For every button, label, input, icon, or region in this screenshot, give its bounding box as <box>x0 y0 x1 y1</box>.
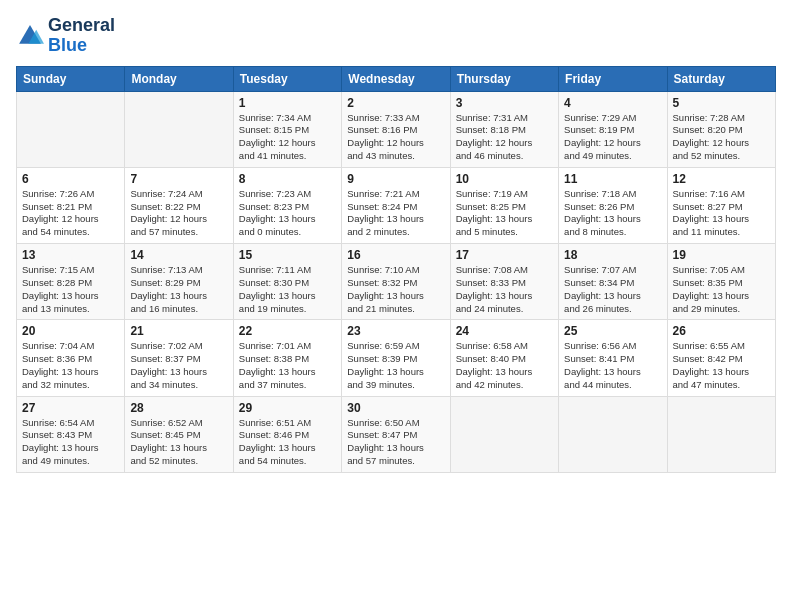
day-cell: 10Sunrise: 7:19 AMSunset: 8:25 PMDayligh… <box>450 167 558 243</box>
header: General Blue <box>16 16 776 56</box>
day-cell: 16Sunrise: 7:10 AMSunset: 8:32 PMDayligh… <box>342 244 450 320</box>
day-info: Sunrise: 6:52 AMSunset: 8:45 PMDaylight:… <box>130 417 227 468</box>
day-cell: 1Sunrise: 7:34 AMSunset: 8:15 PMDaylight… <box>233 91 341 167</box>
day-cell: 25Sunrise: 6:56 AMSunset: 8:41 PMDayligh… <box>559 320 667 396</box>
day-info: Sunrise: 6:54 AMSunset: 8:43 PMDaylight:… <box>22 417 119 468</box>
col-header-friday: Friday <box>559 66 667 91</box>
day-number: 25 <box>564 324 661 338</box>
day-number: 28 <box>130 401 227 415</box>
day-info: Sunrise: 7:24 AMSunset: 8:22 PMDaylight:… <box>130 188 227 239</box>
day-cell: 18Sunrise: 7:07 AMSunset: 8:34 PMDayligh… <box>559 244 667 320</box>
day-number: 12 <box>673 172 770 186</box>
day-cell: 26Sunrise: 6:55 AMSunset: 8:42 PMDayligh… <box>667 320 775 396</box>
logo-general: General <box>48 15 115 35</box>
col-header-tuesday: Tuesday <box>233 66 341 91</box>
day-number: 6 <box>22 172 119 186</box>
day-number: 22 <box>239 324 336 338</box>
day-cell: 3Sunrise: 7:31 AMSunset: 8:18 PMDaylight… <box>450 91 558 167</box>
day-number: 27 <box>22 401 119 415</box>
day-number: 16 <box>347 248 444 262</box>
day-info: Sunrise: 7:31 AMSunset: 8:18 PMDaylight:… <box>456 112 553 163</box>
day-number: 7 <box>130 172 227 186</box>
col-header-saturday: Saturday <box>667 66 775 91</box>
day-number: 3 <box>456 96 553 110</box>
day-info: Sunrise: 7:15 AMSunset: 8:28 PMDaylight:… <box>22 264 119 315</box>
day-number: 9 <box>347 172 444 186</box>
day-cell: 29Sunrise: 6:51 AMSunset: 8:46 PMDayligh… <box>233 396 341 472</box>
day-cell <box>450 396 558 472</box>
day-number: 18 <box>564 248 661 262</box>
week-row-3: 13Sunrise: 7:15 AMSunset: 8:28 PMDayligh… <box>17 244 776 320</box>
day-info: Sunrise: 7:08 AMSunset: 8:33 PMDaylight:… <box>456 264 553 315</box>
day-number: 8 <box>239 172 336 186</box>
day-cell: 28Sunrise: 6:52 AMSunset: 8:45 PMDayligh… <box>125 396 233 472</box>
week-row-1: 1Sunrise: 7:34 AMSunset: 8:15 PMDaylight… <box>17 91 776 167</box>
day-number: 24 <box>456 324 553 338</box>
week-row-5: 27Sunrise: 6:54 AMSunset: 8:43 PMDayligh… <box>17 396 776 472</box>
day-cell <box>17 91 125 167</box>
day-cell: 20Sunrise: 7:04 AMSunset: 8:36 PMDayligh… <box>17 320 125 396</box>
day-number: 11 <box>564 172 661 186</box>
day-info: Sunrise: 7:13 AMSunset: 8:29 PMDaylight:… <box>130 264 227 315</box>
day-number: 5 <box>673 96 770 110</box>
header-row: SundayMondayTuesdayWednesdayThursdayFrid… <box>17 66 776 91</box>
day-number: 14 <box>130 248 227 262</box>
calendar: SundayMondayTuesdayWednesdayThursdayFrid… <box>16 66 776 473</box>
day-info: Sunrise: 6:50 AMSunset: 8:47 PMDaylight:… <box>347 417 444 468</box>
day-number: 23 <box>347 324 444 338</box>
day-info: Sunrise: 7:19 AMSunset: 8:25 PMDaylight:… <box>456 188 553 239</box>
day-info: Sunrise: 7:16 AMSunset: 8:27 PMDaylight:… <box>673 188 770 239</box>
day-info: Sunrise: 6:55 AMSunset: 8:42 PMDaylight:… <box>673 340 770 391</box>
col-header-monday: Monday <box>125 66 233 91</box>
day-cell: 7Sunrise: 7:24 AMSunset: 8:22 PMDaylight… <box>125 167 233 243</box>
day-info: Sunrise: 7:02 AMSunset: 8:37 PMDaylight:… <box>130 340 227 391</box>
day-cell: 23Sunrise: 6:59 AMSunset: 8:39 PMDayligh… <box>342 320 450 396</box>
day-cell: 22Sunrise: 7:01 AMSunset: 8:38 PMDayligh… <box>233 320 341 396</box>
day-number: 13 <box>22 248 119 262</box>
day-cell: 12Sunrise: 7:16 AMSunset: 8:27 PMDayligh… <box>667 167 775 243</box>
day-cell <box>559 396 667 472</box>
day-info: Sunrise: 7:29 AMSunset: 8:19 PMDaylight:… <box>564 112 661 163</box>
day-info: Sunrise: 7:26 AMSunset: 8:21 PMDaylight:… <box>22 188 119 239</box>
day-info: Sunrise: 6:58 AMSunset: 8:40 PMDaylight:… <box>456 340 553 391</box>
logo: General Blue <box>16 16 115 56</box>
day-cell: 4Sunrise: 7:29 AMSunset: 8:19 PMDaylight… <box>559 91 667 167</box>
day-number: 17 <box>456 248 553 262</box>
day-cell: 11Sunrise: 7:18 AMSunset: 8:26 PMDayligh… <box>559 167 667 243</box>
page: General Blue SundayMondayTuesdayWednesda… <box>0 0 792 612</box>
day-info: Sunrise: 7:11 AMSunset: 8:30 PMDaylight:… <box>239 264 336 315</box>
day-cell <box>125 91 233 167</box>
day-info: Sunrise: 7:23 AMSunset: 8:23 PMDaylight:… <box>239 188 336 239</box>
day-cell: 30Sunrise: 6:50 AMSunset: 8:47 PMDayligh… <box>342 396 450 472</box>
day-cell: 13Sunrise: 7:15 AMSunset: 8:28 PMDayligh… <box>17 244 125 320</box>
logo-icon <box>16 22 44 50</box>
day-info: Sunrise: 6:59 AMSunset: 8:39 PMDaylight:… <box>347 340 444 391</box>
day-number: 21 <box>130 324 227 338</box>
day-info: Sunrise: 6:51 AMSunset: 8:46 PMDaylight:… <box>239 417 336 468</box>
day-info: Sunrise: 7:28 AMSunset: 8:20 PMDaylight:… <box>673 112 770 163</box>
day-info: Sunrise: 7:04 AMSunset: 8:36 PMDaylight:… <box>22 340 119 391</box>
day-cell: 17Sunrise: 7:08 AMSunset: 8:33 PMDayligh… <box>450 244 558 320</box>
col-header-wednesday: Wednesday <box>342 66 450 91</box>
day-info: Sunrise: 7:07 AMSunset: 8:34 PMDaylight:… <box>564 264 661 315</box>
day-info: Sunrise: 7:33 AMSunset: 8:16 PMDaylight:… <box>347 112 444 163</box>
day-cell: 9Sunrise: 7:21 AMSunset: 8:24 PMDaylight… <box>342 167 450 243</box>
day-info: Sunrise: 7:10 AMSunset: 8:32 PMDaylight:… <box>347 264 444 315</box>
day-cell: 19Sunrise: 7:05 AMSunset: 8:35 PMDayligh… <box>667 244 775 320</box>
day-info: Sunrise: 7:05 AMSunset: 8:35 PMDaylight:… <box>673 264 770 315</box>
day-cell: 5Sunrise: 7:28 AMSunset: 8:20 PMDaylight… <box>667 91 775 167</box>
day-number: 4 <box>564 96 661 110</box>
day-number: 2 <box>347 96 444 110</box>
week-row-4: 20Sunrise: 7:04 AMSunset: 8:36 PMDayligh… <box>17 320 776 396</box>
day-cell: 24Sunrise: 6:58 AMSunset: 8:40 PMDayligh… <box>450 320 558 396</box>
day-info: Sunrise: 7:01 AMSunset: 8:38 PMDaylight:… <box>239 340 336 391</box>
day-number: 1 <box>239 96 336 110</box>
col-header-sunday: Sunday <box>17 66 125 91</box>
day-cell: 15Sunrise: 7:11 AMSunset: 8:30 PMDayligh… <box>233 244 341 320</box>
week-row-2: 6Sunrise: 7:26 AMSunset: 8:21 PMDaylight… <box>17 167 776 243</box>
day-cell: 6Sunrise: 7:26 AMSunset: 8:21 PMDaylight… <box>17 167 125 243</box>
day-number: 19 <box>673 248 770 262</box>
day-info: Sunrise: 7:18 AMSunset: 8:26 PMDaylight:… <box>564 188 661 239</box>
day-cell: 27Sunrise: 6:54 AMSunset: 8:43 PMDayligh… <box>17 396 125 472</box>
day-cell: 2Sunrise: 7:33 AMSunset: 8:16 PMDaylight… <box>342 91 450 167</box>
